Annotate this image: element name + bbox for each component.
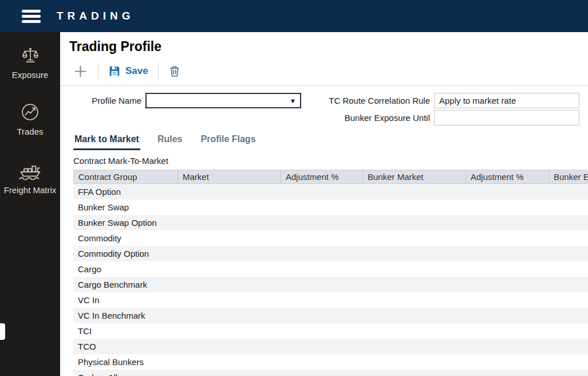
trend-chart-icon bbox=[21, 103, 40, 122]
table-row[interactable]: VC In bbox=[73, 292, 588, 308]
sidebar-collapse-handle[interactable] bbox=[0, 323, 5, 340]
profile-name-select[interactable]: ▼ bbox=[145, 93, 301, 108]
contract-group-cell: Commodity bbox=[78, 233, 121, 243]
contract-group-cell: FFA Option bbox=[78, 187, 121, 197]
contract-group-cell: Bunker Swap Option bbox=[78, 218, 157, 228]
tc-route-correlation-label: TC Route Correlation Rule bbox=[305, 96, 430, 105]
table-row[interactable]: TCI bbox=[73, 323, 588, 339]
table-row[interactable]: Bunker Swap Option bbox=[73, 215, 588, 230]
column-header-contract-group[interactable]: Contract Group bbox=[74, 170, 178, 183]
column-header-bunker-exposure[interactable]: Bunker E bbox=[549, 170, 588, 183]
tab-bar: Mark to Market Rules Profile Flags bbox=[73, 134, 588, 150]
column-header-adjustment-pct[interactable]: Adjustment % bbox=[281, 170, 363, 183]
table-row[interactable]: Physical Bunkers bbox=[73, 354, 588, 370]
contract-group-cell: VC In Benchmark bbox=[78, 311, 145, 320]
tab-mark-to-market[interactable]: Mark to Market bbox=[73, 134, 140, 150]
page-title: Trading Profile bbox=[69, 39, 588, 54]
contract-group-cell: Carbon Allowance bbox=[78, 373, 147, 376]
profile-form: Profile Name ▼ TC Route Correlation Rule… bbox=[60, 93, 579, 126]
scales-icon bbox=[20, 47, 41, 65]
sidebar-item-exposure[interactable]: Exposure bbox=[0, 47, 60, 80]
tc-route-correlation-input[interactable] bbox=[434, 93, 579, 108]
chevron-down-icon: ▼ bbox=[290, 97, 296, 104]
column-header-bunker-adjustment-pct[interactable]: Adjustment % bbox=[466, 170, 549, 183]
contract-group-cell: Cargo Benchmark bbox=[78, 280, 147, 289]
contract-group-cell: TCI bbox=[78, 326, 92, 336]
save-button-label: Save bbox=[125, 65, 148, 77]
contract-group-cell: TCO bbox=[78, 342, 96, 351]
tab-profile-flags[interactable]: Profile Flags bbox=[200, 134, 257, 150]
sidebar-item-freight-matrix[interactable]: Freight Matrix bbox=[0, 160, 60, 195]
app-title: TRADING bbox=[57, 10, 135, 22]
table-header-row: Contract Group Market Adjustment % Bunke… bbox=[73, 170, 588, 184]
main-content: Trading Profile Save bbox=[60, 32, 588, 376]
sidebar-item-label: Freight Matrix bbox=[4, 185, 57, 195]
floppy-disk-icon bbox=[108, 65, 121, 77]
contract-group-cell: VC In bbox=[78, 295, 100, 305]
sidebar-item-trades[interactable]: Trades bbox=[0, 103, 60, 136]
table-row[interactable]: Carbon Allowance bbox=[73, 370, 588, 376]
table-row[interactable]: Cargo bbox=[73, 261, 588, 277]
table-row[interactable]: Bunker Swap bbox=[73, 199, 588, 215]
toolbar-divider-line bbox=[60, 85, 588, 86]
table-row[interactable]: FFA Option bbox=[73, 184, 588, 199]
profile-name-label: Profile Name bbox=[60, 96, 141, 105]
table-row[interactable]: Cargo Benchmark bbox=[73, 277, 588, 292]
column-header-bunker-market[interactable]: Bunker Market bbox=[363, 170, 466, 183]
contract-group-cell: Cargo bbox=[78, 264, 101, 274]
contract-mtm-table: Contract Group Market Adjustment % Bunke… bbox=[73, 170, 588, 376]
contract-group-cell: Bunker Swap bbox=[78, 202, 129, 212]
table-row[interactable]: TCO bbox=[73, 339, 588, 354]
plus-icon bbox=[73, 64, 88, 79]
table-row[interactable]: Commodity Option bbox=[73, 246, 588, 261]
bunker-exposure-until-label: Bunker Exposure Until bbox=[305, 113, 430, 123]
sidebar: Exposure Trades Freight Matrix bbox=[0, 32, 60, 376]
save-button[interactable]: Save bbox=[107, 64, 149, 79]
tab-rules[interactable]: Rules bbox=[156, 134, 184, 150]
add-button[interactable] bbox=[72, 62, 89, 80]
toolbar: Save bbox=[72, 61, 588, 81]
bunker-exposure-until-input[interactable] bbox=[434, 110, 579, 126]
contract-group-cell: Commodity Option bbox=[78, 249, 149, 258]
toolbar-divider bbox=[98, 62, 98, 80]
ship-icon bbox=[18, 160, 42, 180]
top-bar: TRADING bbox=[0, 0, 588, 32]
toolbar-divider bbox=[158, 62, 159, 80]
sidebar-item-label: Trades bbox=[17, 127, 43, 136]
column-header-market[interactable]: Market bbox=[178, 170, 281, 183]
sidebar-item-label: Exposure bbox=[12, 70, 48, 80]
table-body: FFA Option Bunker Swap Bunker Swap Optio… bbox=[73, 184, 588, 376]
hamburger-menu-icon[interactable] bbox=[22, 7, 41, 25]
trash-icon bbox=[168, 64, 181, 78]
section-title: Contract Mark-To-Market bbox=[73, 156, 588, 166]
table-row[interactable]: Commodity bbox=[73, 230, 588, 246]
contract-group-cell: Physical Bunkers bbox=[78, 357, 144, 367]
table-row[interactable]: VC In Benchmark bbox=[73, 308, 588, 323]
delete-button[interactable] bbox=[167, 63, 182, 79]
